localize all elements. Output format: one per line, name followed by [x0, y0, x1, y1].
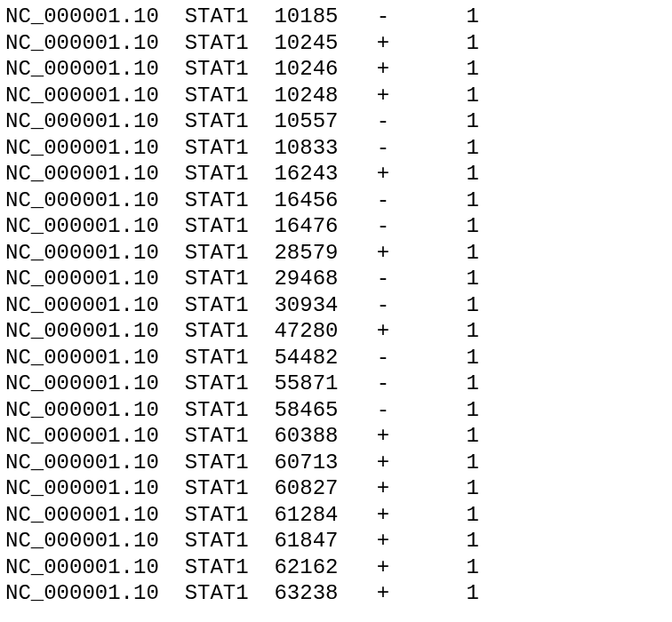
strand-cell: -: [377, 4, 467, 30]
val-cell: 1: [466, 345, 478, 371]
chrom-cell: NC_000001.10: [5, 266, 185, 292]
strand-cell: +: [377, 475, 467, 502]
val-cell: 1: [466, 213, 478, 240]
pos-cell: 47280: [274, 318, 376, 345]
name-cell: STAT1: [185, 240, 275, 267]
strand-cell: +: [377, 502, 467, 529]
val-cell: 1: [466, 423, 478, 450]
name-cell: STAT1: [185, 187, 275, 214]
chrom-cell: NC_000001.10: [5, 187, 185, 214]
val-cell: 1: [466, 240, 478, 267]
strand-cell: -: [377, 187, 467, 214]
val-cell: 1: [466, 318, 478, 345]
strand-cell: -: [377, 371, 467, 397]
strand-cell: +: [377, 318, 467, 345]
chrom-cell: NC_000001.10: [5, 423, 185, 450]
table-row: NC_000001.10STAT116456-1: [5, 187, 667, 214]
strand-cell: +: [377, 56, 467, 83]
name-cell: STAT1: [185, 580, 275, 607]
table-row: NC_000001.10STAT128579+1: [5, 240, 667, 267]
pos-cell: 30934: [274, 292, 376, 319]
strand-cell: +: [377, 161, 467, 187]
name-cell: STAT1: [185, 502, 275, 529]
name-cell: STAT1: [185, 450, 275, 476]
chrom-cell: NC_000001.10: [5, 528, 185, 554]
table-row: NC_000001.10STAT161284+1: [5, 502, 667, 529]
pos-cell: 54482: [274, 345, 376, 371]
chrom-cell: NC_000001.10: [5, 30, 185, 57]
chrom-cell: NC_000001.10: [5, 450, 185, 476]
pos-cell: 10248: [274, 83, 376, 109]
chrom-cell: NC_000001.10: [5, 108, 185, 135]
pos-cell: 62162: [274, 554, 376, 581]
chrom-cell: NC_000001.10: [5, 371, 185, 397]
val-cell: 1: [466, 580, 478, 607]
chrom-cell: NC_000001.10: [5, 475, 185, 502]
pos-cell: 55871: [274, 371, 376, 397]
chrom-cell: NC_000001.10: [5, 345, 185, 371]
data-table: NC_000001.10STAT110185-1NC_000001.10STAT…: [0, 0, 672, 610]
pos-cell: 16243: [274, 161, 376, 187]
strand-cell: +: [377, 580, 467, 607]
val-cell: 1: [466, 135, 478, 162]
pos-cell: 61284: [274, 502, 376, 529]
chrom-cell: NC_000001.10: [5, 318, 185, 345]
name-cell: STAT1: [185, 161, 275, 187]
chrom-cell: NC_000001.10: [5, 213, 185, 240]
table-row: NC_000001.10STAT116243+1: [5, 161, 667, 187]
val-cell: 1: [466, 30, 478, 57]
table-row: NC_000001.10STAT162162+1: [5, 554, 667, 581]
chrom-cell: NC_000001.10: [5, 397, 185, 424]
name-cell: STAT1: [185, 554, 275, 581]
strand-cell: +: [377, 83, 467, 109]
val-cell: 1: [466, 292, 478, 319]
table-row: NC_000001.10STAT110246+1: [5, 56, 667, 83]
pos-cell: 10833: [274, 135, 376, 162]
strand-cell: -: [377, 213, 467, 240]
name-cell: STAT1: [185, 345, 275, 371]
strand-cell: -: [377, 108, 467, 135]
pos-cell: 60388: [274, 423, 376, 450]
chrom-cell: NC_000001.10: [5, 292, 185, 319]
pos-cell: 10245: [274, 30, 376, 57]
strand-cell: -: [377, 266, 467, 292]
name-cell: STAT1: [185, 266, 275, 292]
table-row: NC_000001.10STAT160827+1: [5, 475, 667, 502]
strand-cell: +: [377, 30, 467, 57]
table-row: NC_000001.10STAT160713+1: [5, 450, 667, 476]
name-cell: STAT1: [185, 4, 275, 30]
strand-cell: -: [377, 397, 467, 424]
pos-cell: 29468: [274, 266, 376, 292]
table-row: NC_000001.10STAT129468-1: [5, 266, 667, 292]
val-cell: 1: [466, 161, 478, 187]
pos-cell: 10185: [274, 4, 376, 30]
name-cell: STAT1: [185, 475, 275, 502]
val-cell: 1: [466, 528, 478, 554]
chrom-cell: NC_000001.10: [5, 502, 185, 529]
table-row: NC_000001.10STAT154482-1: [5, 345, 667, 371]
table-row: NC_000001.10STAT110248+1: [5, 83, 667, 109]
chrom-cell: NC_000001.10: [5, 554, 185, 581]
pos-cell: 61847: [274, 528, 376, 554]
strand-cell: -: [377, 345, 467, 371]
table-row: NC_000001.10STAT110185-1: [5, 4, 667, 30]
pos-cell: 28579: [274, 240, 376, 267]
strand-cell: -: [377, 292, 467, 319]
strand-cell: +: [377, 240, 467, 267]
chrom-cell: NC_000001.10: [5, 161, 185, 187]
val-cell: 1: [466, 187, 478, 214]
chrom-cell: NC_000001.10: [5, 240, 185, 267]
pos-cell: 60713: [274, 450, 376, 476]
pos-cell: 63238: [274, 580, 376, 607]
strand-cell: -: [377, 135, 467, 162]
chrom-cell: NC_000001.10: [5, 56, 185, 83]
val-cell: 1: [466, 108, 478, 135]
strand-cell: +: [377, 450, 467, 476]
strand-cell: +: [377, 423, 467, 450]
name-cell: STAT1: [185, 135, 275, 162]
pos-cell: 10246: [274, 56, 376, 83]
chrom-cell: NC_000001.10: [5, 83, 185, 109]
val-cell: 1: [466, 397, 478, 424]
table-row: NC_000001.10STAT110245+1: [5, 30, 667, 57]
name-cell: STAT1: [185, 371, 275, 397]
